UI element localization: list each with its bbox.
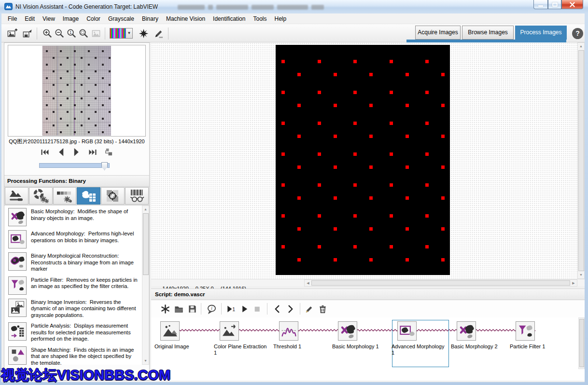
- menu-item-view[interactable]: View: [39, 14, 59, 24]
- close-button[interactable]: [561, 0, 583, 9]
- maximize-button[interactable]: [548, 0, 561, 9]
- function-item-binary-image-inversion[interactable]: Binary Image Inversion: Reverses the dyn…: [4, 296, 149, 320]
- palette-dropdown[interactable]: [110, 28, 126, 39]
- step-label[interactable]: Threshold 1: [273, 344, 327, 350]
- edit-step-button[interactable]: [303, 302, 315, 315]
- function-item-binary-morphological-reconstruction[interactable]: Binary Morphological Reconstruction: Rec…: [4, 250, 149, 274]
- menu-item-color[interactable]: Color: [83, 14, 104, 24]
- calibration-dot: [353, 122, 357, 125]
- fi-binary-image-inversion-icon: [8, 299, 27, 317]
- function-item-advanced-morphology[interactable]: Advanced Morphology: Performs high-level…: [4, 228, 149, 250]
- previous-step-button[interactable]: [271, 302, 283, 315]
- run-script-button[interactable]: [238, 302, 251, 315]
- menu-item-binary[interactable]: Binary: [138, 14, 162, 24]
- tab-color[interactable]: [29, 187, 53, 205]
- menu-item-tools[interactable]: Tools: [249, 14, 270, 24]
- zoom-out-button[interactable]: [53, 28, 66, 40]
- previous-image-button[interactable]: [56, 149, 65, 156]
- function-item-particle-analysis[interactable]: Particle Analysis: Displays measurement …: [4, 320, 149, 344]
- scrollbar-thumb[interactable]: [579, 319, 584, 367]
- save-script-button[interactable]: [186, 302, 198, 315]
- menu-item-file[interactable]: File: [4, 14, 21, 24]
- step-label[interactable]: Original Image: [154, 344, 209, 350]
- image-thumbnail[interactable]: [42, 46, 111, 136]
- processed-binary-image[interactable]: [276, 45, 450, 275]
- slider-thumb[interactable]: [101, 162, 108, 170]
- scrollbar-thumb[interactable]: [578, 50, 584, 271]
- script-scrollbar[interactable]: [578, 317, 585, 369]
- next-step-button[interactable]: [284, 302, 296, 315]
- tab-grayscale[interactable]: [53, 187, 77, 205]
- function-item-particle-filter[interactable]: Particle Filter: Removes or keeps partic…: [4, 274, 149, 296]
- step-icon-advanced-morphology-1[interactable]: [397, 321, 417, 341]
- menu-item-identification[interactable]: Identification: [209, 14, 249, 24]
- image-display-area[interactable]: [151, 42, 577, 279]
- canvas-vertical-scrollbar[interactable]: [577, 42, 585, 279]
- first-image-button[interactable]: [41, 149, 49, 156]
- calibration-dot: [281, 245, 285, 248]
- zoom-fit-button[interactable]: [77, 28, 90, 40]
- step-icon-basic-morphology-2[interactable]: [457, 321, 476, 341]
- app-icon: [4, 3, 13, 10]
- calibration-dot: [318, 152, 321, 156]
- mode-button-acquire-images[interactable]: Acquire Images: [415, 26, 461, 40]
- scroll-up-icon[interactable]: [578, 43, 584, 50]
- tab-identification[interactable]: [125, 187, 149, 205]
- function-list-scrollbar[interactable]: [142, 206, 149, 365]
- open-image-button[interactable]: [6, 28, 19, 40]
- next-image-button[interactable]: [72, 149, 81, 156]
- annotate-button[interactable]: [152, 28, 165, 40]
- canvas-horizontal-scrollbar[interactable]: [304, 279, 577, 287]
- thumbnail-view-button[interactable]: [104, 149, 113, 156]
- step-label[interactable]: Particle Filter 1: [510, 344, 564, 350]
- scrollbar-thumb[interactable]: [143, 213, 149, 275]
- zoom-in-button[interactable]: [41, 28, 54, 40]
- step-icon-particle-filter-1[interactable]: [516, 321, 535, 341]
- calibration-dot: [74, 64, 76, 66]
- delete-step-button[interactable]: [316, 302, 329, 315]
- tab-binary[interactable]: [77, 187, 100, 205]
- calibration-dot: [88, 64, 90, 66]
- performance-meter-button[interactable]: i: [205, 302, 218, 315]
- scroll-right-icon[interactable]: [570, 280, 577, 286]
- menu-item-grayscale[interactable]: Grayscale: [104, 14, 138, 24]
- scroll-left-icon[interactable]: [305, 280, 311, 286]
- menu-item-machine-vision[interactable]: Machine Vision: [162, 14, 209, 24]
- step-label[interactable]: Basic Morphology 1: [332, 344, 386, 350]
- palette-dropdown-arrow-icon[interactable]: [126, 28, 133, 39]
- zoom-1-1-button[interactable]: 1: [65, 28, 78, 40]
- calibration-dot: [88, 91, 90, 93]
- scroll-down-icon[interactable]: [578, 272, 584, 278]
- step-label[interactable]: Color Plane Extraction 1: [214, 344, 268, 356]
- scrollbar-thumb[interactable]: [311, 280, 570, 286]
- scroll-down-icon[interactable]: [142, 358, 149, 364]
- step-icon-original-image[interactable]: [160, 321, 180, 341]
- scroll-up-icon[interactable]: [142, 206, 149, 213]
- menu-item-image[interactable]: Image: [59, 14, 83, 24]
- run-once-button[interactable]: 1: [224, 302, 237, 315]
- step-icon-basic-morphology-1[interactable]: [338, 321, 357, 341]
- minimize-button[interactable]: [533, 0, 548, 9]
- tab-image[interactable]: [5, 187, 28, 205]
- last-image-button[interactable]: [88, 149, 97, 156]
- menu-item-edit[interactable]: Edit: [21, 14, 39, 24]
- step-label[interactable]: Basic Morphology 2: [451, 344, 505, 350]
- new-script-button[interactable]: [159, 302, 171, 315]
- save-image-button[interactable]: [21, 28, 34, 40]
- mode-button-process-images[interactable]: Process Images: [515, 26, 567, 40]
- step-label[interactable]: Advanced Morphology 1: [392, 344, 446, 356]
- function-item-basic-morphology[interactable]: Basic Morphology: Modifies the shape of …: [4, 206, 149, 228]
- line-profile-button[interactable]: [137, 28, 150, 40]
- function-item-shape-matching[interactable]: Shape Matching: Finds objects in an imag…: [4, 344, 149, 365]
- step-icon-color-plane-extraction-1[interactable]: [220, 321, 239, 341]
- open-script-button[interactable]: [172, 302, 185, 315]
- calibration-dot: [318, 183, 321, 187]
- calibration-dot: [46, 91, 48, 93]
- help-button[interactable]: ?: [572, 28, 583, 39]
- mode-button-browse-images[interactable]: Browse Images: [462, 26, 514, 40]
- step-icon-threshold-1[interactable]: [279, 321, 298, 341]
- menu-item-help[interactable]: Help: [271, 14, 291, 24]
- image-position-slider[interactable]: [39, 163, 110, 168]
- title-bar[interactable]: NI Vision Assistant - Code Generation Ta…: [0, 0, 588, 14]
- tab-machine-vision[interactable]: [101, 187, 125, 205]
